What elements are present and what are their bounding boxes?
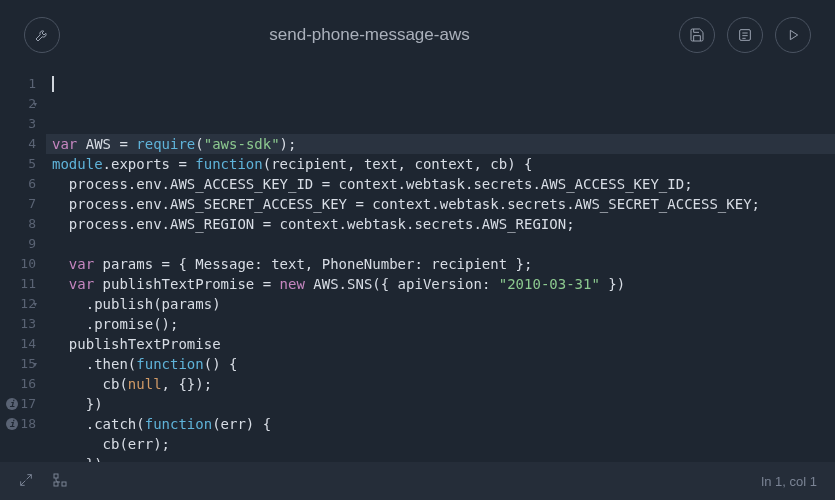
code-line[interactable]: process.env.AWS_REGION = context.webtask… bbox=[52, 214, 835, 234]
code-line[interactable]: var AWS = require("aws-sdk"); bbox=[46, 134, 835, 154]
line-number: 11 bbox=[0, 274, 36, 294]
logs-button[interactable] bbox=[727, 17, 763, 53]
svg-marker-4 bbox=[790, 30, 797, 39]
line-number: 5 bbox=[0, 154, 36, 174]
line-number: 15 bbox=[0, 354, 36, 374]
code-line[interactable] bbox=[52, 234, 835, 254]
file-title: send-phone-message-aws bbox=[72, 25, 667, 45]
code-line[interactable]: .then(function() { bbox=[52, 354, 835, 374]
line-number: 9 bbox=[0, 234, 36, 254]
save-icon bbox=[689, 27, 705, 43]
tree-icon bbox=[52, 472, 68, 488]
code-line[interactable]: .promise(); bbox=[52, 314, 835, 334]
code-line[interactable]: cb(null, {}); bbox=[52, 374, 835, 394]
code-line[interactable]: var publishTextPromise = new AWS.SNS({ a… bbox=[52, 274, 835, 294]
line-number: 16 bbox=[0, 374, 36, 394]
code-line[interactable]: .catch(function(err) { bbox=[52, 414, 835, 434]
code-line[interactable]: publishTextPromise bbox=[52, 334, 835, 354]
code-line[interactable]: }) bbox=[52, 394, 835, 414]
line-number: 14 bbox=[0, 334, 36, 354]
list-icon bbox=[737, 27, 753, 43]
line-gutter: 123456789101112131415161718 bbox=[0, 74, 46, 462]
line-number: 17 bbox=[0, 394, 36, 414]
code-line[interactable]: .publish(params) bbox=[52, 294, 835, 314]
top-bar: send-phone-message-aws bbox=[0, 0, 835, 70]
line-number: 3 bbox=[0, 114, 36, 134]
cursor-position: ln 1, col 1 bbox=[761, 474, 817, 489]
line-number: 7 bbox=[0, 194, 36, 214]
svg-rect-5 bbox=[54, 474, 58, 478]
fullscreen-button[interactable] bbox=[18, 472, 34, 491]
code-editor[interactable]: 123456789101112131415161718 var AWS = re… bbox=[0, 70, 835, 462]
line-number: 8 bbox=[0, 214, 36, 234]
line-number: 12 bbox=[0, 294, 36, 314]
code-line[interactable]: process.env.AWS_ACCESS_KEY_ID = context.… bbox=[52, 174, 835, 194]
save-button[interactable] bbox=[679, 17, 715, 53]
line-number: 1 bbox=[0, 74, 36, 94]
code-line[interactable]: process.env.AWS_SECRET_ACCESS_KEY = cont… bbox=[52, 194, 835, 214]
code-line[interactable]: cb(err); bbox=[52, 434, 835, 454]
play-icon bbox=[785, 27, 801, 43]
wrench-icon bbox=[34, 27, 50, 43]
text-cursor bbox=[52, 76, 54, 92]
expand-icon bbox=[18, 472, 34, 488]
line-number: 18 bbox=[0, 414, 36, 434]
line-number: 6 bbox=[0, 174, 36, 194]
code-line[interactable]: module.exports = function(recipient, tex… bbox=[52, 154, 835, 174]
svg-rect-6 bbox=[62, 482, 66, 486]
line-number: 4 bbox=[0, 134, 36, 154]
code-line[interactable]: var params = { Message: text, PhoneNumbe… bbox=[52, 254, 835, 274]
status-bar: ln 1, col 1 bbox=[0, 462, 835, 500]
line-number: 13 bbox=[0, 314, 36, 334]
settings-button[interactable] bbox=[24, 17, 60, 53]
line-number: 2 bbox=[0, 94, 36, 114]
run-button[interactable] bbox=[775, 17, 811, 53]
tree-button[interactable] bbox=[52, 472, 68, 491]
code-line[interactable]: }) bbox=[52, 454, 835, 462]
code-area[interactable]: var AWS = require("aws-sdk");module.expo… bbox=[46, 74, 835, 462]
line-number: 10 bbox=[0, 254, 36, 274]
svg-rect-7 bbox=[54, 482, 58, 486]
